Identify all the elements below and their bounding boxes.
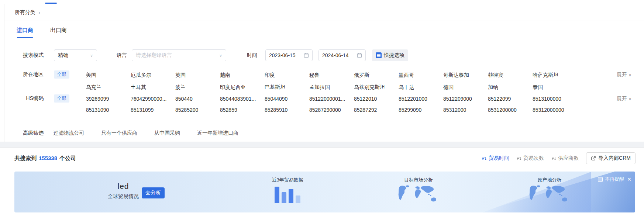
advanced-filter-option[interactable]: 过滤物流公司 <box>53 130 84 136</box>
import-crm-button[interactable]: 导入内部CRM <box>586 152 636 164</box>
region-all-badge[interactable]: 全部 <box>54 70 69 79</box>
hs-code-expand-button[interactable]: 展开 ∨ <box>617 95 631 103</box>
tab-importers[interactable]: 进口商 <box>17 21 33 40</box>
analysis-banner: led 全球贸易情况 去分析 近3年贸易数据 目标市场分析 <box>14 172 635 212</box>
hs-code-option[interactable]: 85312000 <box>443 106 488 114</box>
sort-trade-count-label: 贸易次数 <box>523 155 544 162</box>
hs-code-option[interactable]: 8531200000 <box>488 106 533 114</box>
region-option[interactable]: 土耳其 <box>131 83 175 91</box>
calendar-icon <box>304 53 309 58</box>
results-count-suffix: 个公司 <box>59 155 76 161</box>
region-option[interactable]: 俄罗斯 <box>354 71 399 79</box>
hs-code-option[interactable]: 8512201000 <box>399 95 443 103</box>
region-option[interactable]: 波兰 <box>175 83 220 91</box>
end-date-input[interactable]: 2024-06-14 <box>318 49 366 61</box>
sort-trade-time[interactable]: 贸易时间 <box>482 155 509 162</box>
hs-code-option[interactable]: 85122010 <box>354 95 399 103</box>
region-option[interactable]: 乌克兰 <box>86 83 131 91</box>
region-option[interactable]: 厄瓜多尔 <box>131 71 175 79</box>
section-gap <box>0 142 644 148</box>
hs-code-label: HS编码 <box>23 95 44 102</box>
region-option[interactable]: 秘鲁 <box>309 71 354 79</box>
region-option[interactable]: 哥斯达黎加 <box>443 71 488 79</box>
quick-options-button[interactable]: 快捷选项 <box>372 49 408 61</box>
hs-code-option[interactable]: 85131099 <box>131 106 175 114</box>
region-option[interactable]: 泰国 <box>533 83 577 91</box>
hs-code-option[interactable]: 8513100000 <box>533 95 577 103</box>
hs-code-option[interactable]: 8512209000 <box>443 95 488 103</box>
analyze-button[interactable]: 去分析 <box>142 187 165 198</box>
advanced-filter-row: 高级筛选 过滤物流公司只有一个供应商从中国采购近一年新增进口商 <box>4 128 644 138</box>
region-row-1: 美国厄瓜多尔英国越南印度秘鲁俄罗斯墨西哥哥斯达黎加菲律宾哈萨克斯坦 <box>86 71 577 79</box>
language-placeholder: 请选择翻译语言 <box>136 52 172 59</box>
advanced-filter-option[interactable]: 只有一个供应商 <box>101 130 137 136</box>
close-icon[interactable]: ✕ <box>627 176 631 182</box>
region-option[interactable]: 加纳 <box>488 83 533 91</box>
hs-code-option[interactable]: 85122099 <box>488 95 533 103</box>
language-select[interactable]: 请选择翻译语言 ∨ <box>132 49 226 61</box>
region-option[interactable]: 乌干达 <box>399 83 443 91</box>
sort-icon <box>482 156 487 161</box>
results-toolbar: 贸易时间 贸易次数 供应商数 导入内部CRM <box>482 152 636 164</box>
region-option[interactable]: 越南 <box>220 71 265 79</box>
results-count-prefix: 共搜索到 <box>14 155 37 161</box>
region-option[interactable]: 巴基斯坦 <box>265 83 309 91</box>
region-option[interactable]: 哈萨克斯坦 <box>533 71 577 79</box>
region-filter-row: 所在地区 全部 美国厄瓜多尔英国越南印度秘鲁俄罗斯墨西哥哥斯达黎加菲律宾哈萨克斯… <box>4 71 644 91</box>
search-mode-select[interactable]: 精确 ∨ <box>54 49 97 61</box>
chevron-down-icon: ∨ <box>628 73 631 77</box>
hs-code-option[interactable]: 85287290000 <box>309 106 354 114</box>
table-grid-icon <box>376 52 382 58</box>
expand-label: 展开 <box>617 72 627 78</box>
region-option[interactable]: 德国 <box>443 83 488 91</box>
hs-code-option[interactable]: 852859 <box>220 106 265 114</box>
export-icon <box>591 156 596 161</box>
breadcrumb-category[interactable]: 所有分类 <box>15 9 35 16</box>
advanced-filter-options: 过滤物流公司只有一个供应商从中国采购近一年新增进口商 <box>53 130 238 136</box>
banner-subtitle: 全球贸易情况 <box>105 193 142 200</box>
region-option[interactable]: 墨西哥 <box>399 71 443 79</box>
hs-code-option[interactable]: 76042990000... <box>131 95 175 103</box>
region-option[interactable]: 美国 <box>86 71 131 79</box>
sort-icon <box>517 156 521 161</box>
banner-keyword: led <box>105 182 142 191</box>
region-option[interactable]: 菲律宾 <box>488 71 533 79</box>
region-option[interactable]: 印度尼西亚 <box>220 83 265 91</box>
chevron-down-icon: ∨ <box>219 53 222 58</box>
sort-supplier-count[interactable]: 供应商数 <box>551 155 579 162</box>
banner-item-origin: 原产地分析 <box>514 177 585 205</box>
hs-code-option[interactable]: 85299090 <box>399 106 443 114</box>
region-option[interactable]: 孟加拉国 <box>309 83 354 91</box>
dismiss-bar: 不再提醒 ✕ <box>598 176 631 183</box>
start-date-input[interactable]: 2023-06-15 <box>265 49 313 61</box>
dont-remind-checkbox[interactable] <box>598 177 603 182</box>
world-map-icon <box>527 185 572 204</box>
tab-exporters[interactable]: 出口商 <box>50 21 67 40</box>
region-expand-button[interactable]: 展开 ∨ <box>617 71 631 79</box>
region-option[interactable]: 印度 <box>265 71 309 79</box>
hs-code-row-2: 8513109085131099852852008528598528591085… <box>86 106 577 114</box>
banner-item-target-market: 目标市场分析 <box>383 177 454 205</box>
hs-code-option[interactable]: 39269099 <box>86 95 131 103</box>
time-label: 时间 <box>247 52 257 59</box>
hs-code-option[interactable]: 85312000000 <box>533 106 577 114</box>
region-option[interactable]: 乌兹别克斯坦 <box>354 83 399 91</box>
hs-code-option[interactable]: 85044090 <box>265 95 309 103</box>
hs-code-option[interactable]: 85122000001... <box>309 95 354 103</box>
advanced-filter-option[interactable]: 近一年新增进口商 <box>197 130 238 136</box>
hs-code-all-badge[interactable]: 全部 <box>54 94 69 103</box>
hs-code-option[interactable]: 85287292 <box>354 106 399 114</box>
region-option[interactable]: 英国 <box>175 71 220 79</box>
sort-trade-count[interactable]: 贸易次数 <box>517 155 544 162</box>
hs-code-option[interactable]: 850440 <box>175 95 220 103</box>
breadcrumb: 所有分类 › <box>4 4 644 21</box>
hs-code-option[interactable]: 85044083901... <box>220 95 265 103</box>
hs-code-option[interactable]: 85131090 <box>86 106 131 114</box>
advanced-filter-option[interactable]: 从中国采购 <box>154 130 180 136</box>
hs-code-options-grid: 3926909976042990000...85044085044083901.… <box>86 95 577 114</box>
results-section: 共搜索到155338个公司 贸易时间 贸易次数 供应商数 导入内部CRM led <box>0 148 644 217</box>
banner-keyword-group: led 全球贸易情况 <box>105 182 142 200</box>
hs-code-option[interactable]: 85285200 <box>175 106 220 114</box>
hs-code-option[interactable]: 85285910 <box>265 106 309 114</box>
panel-divider <box>16 123 635 123</box>
